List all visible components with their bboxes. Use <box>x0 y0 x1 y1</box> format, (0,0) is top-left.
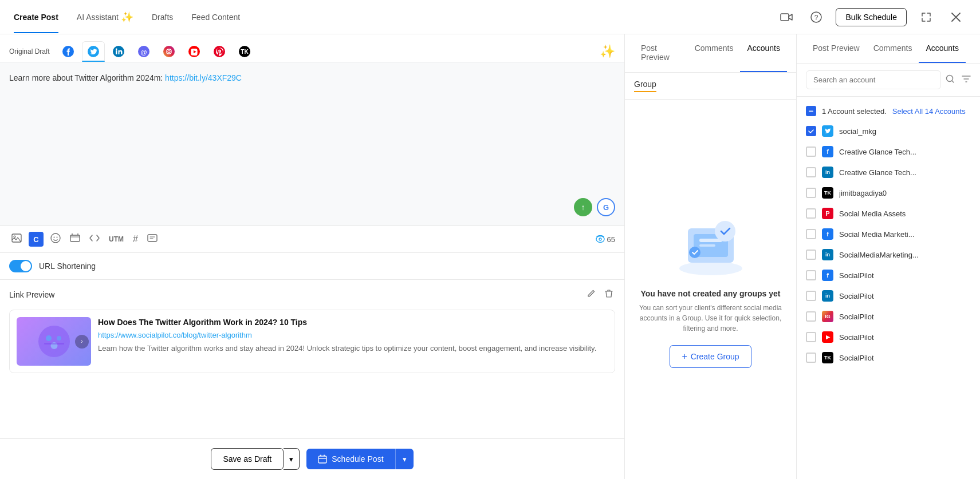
platform-tab-linkedin[interactable] <box>107 41 130 62</box>
ai-green-button[interactable]: ↑ <box>574 198 592 216</box>
select-all-checkbox[interactable] <box>806 106 816 116</box>
image-tool-btn[interactable] <box>9 231 24 247</box>
account-checkbox-jimitbagadiya0[interactable] <box>806 188 816 198</box>
tab-accounts-middle[interactable]: Accounts <box>740 34 787 72</box>
account-item-socialpilot-tk[interactable]: TK SocialPilot <box>797 347 980 368</box>
account-checkbox-creative-glance-fb[interactable] <box>806 147 816 157</box>
account-icon-socialpilot-li: in <box>822 290 833 302</box>
account-checkbox-social-media-marketi-fb[interactable] <box>806 229 816 239</box>
account-icon-social-mkg <box>822 125 833 137</box>
platform-tab-threads[interactable]: @ <box>132 41 155 62</box>
account-item-social-mkg[interactable]: social_mkg <box>797 121 980 141</box>
draft-dropdown-button[interactable]: ▾ <box>284 448 300 470</box>
media-btn[interactable] <box>68 231 82 248</box>
svg-text:@: @ <box>140 49 147 56</box>
account-name-creative-glance-fb: Creative Glance Tech... <box>839 148 971 156</box>
search-icon-btn[interactable] <box>946 74 955 85</box>
account-name-social-media-assets: Social Media Assets <box>839 209 971 218</box>
account-checkbox-socialpilot-li[interactable] <box>806 291 816 301</box>
platform-tab-pinterest[interactable] <box>208 41 231 62</box>
platform-tab-tiktok[interactable]: TK <box>233 41 256 62</box>
platform-tab-twitter[interactable] <box>82 41 105 62</box>
url-shortening-toggle[interactable] <box>9 260 32 272</box>
editor-toolbar: C UTM # 65 <box>0 225 624 252</box>
url-shortening-label: URL Shortening <box>39 262 96 271</box>
ai-floating-buttons: ↑ G <box>574 198 615 216</box>
account-checkbox-socialpilot-ig[interactable] <box>806 311 816 322</box>
edit-preview-btn[interactable] <box>584 287 598 303</box>
svg-point-37 <box>679 262 742 275</box>
account-name-social-mkg: social_mkg <box>839 127 971 136</box>
tab-drafts[interactable]: Drafts <box>152 1 173 33</box>
create-group-button[interactable]: + Create Group <box>670 345 751 368</box>
hashtag-btn[interactable]: # <box>131 232 140 247</box>
editor-link[interactable]: https://bit.ly/43XF29C <box>165 73 242 82</box>
delete-preview-btn[interactable] <box>603 287 615 303</box>
code-btn[interactable] <box>87 232 102 247</box>
tab-accounts-right[interactable]: Accounts <box>919 34 966 63</box>
middle-tabs: Post Preview Comments Accounts <box>625 34 796 73</box>
platform-tab-instagram[interactable] <box>158 41 180 62</box>
sparkle-button[interactable]: ✨ <box>600 44 615 59</box>
content-studio-btn[interactable]: C <box>29 232 44 247</box>
account-checkbox-social-media-assets[interactable] <box>806 208 816 219</box>
account-checkbox-socialpilot-yt[interactable] <box>806 332 816 342</box>
account-item-socialpilot-ig[interactable]: IG SocialPilot <box>797 306 980 327</box>
platform-tab-facebook[interactable] <box>57 41 80 62</box>
right-tabs: Post Preview Comments Accounts <box>797 34 980 64</box>
tab-comments-right[interactable]: Comments <box>867 34 919 63</box>
account-checkbox-creative-glance-li[interactable] <box>806 167 816 177</box>
account-checkbox-social-mkg[interactable] <box>806 126 816 136</box>
schedule-dropdown-button[interactable]: ▾ <box>395 449 414 469</box>
account-item-social-media-marketi-fb[interactable]: f Social Media Marketi... <box>797 224 980 244</box>
tab-feed-content[interactable]: Feed Content <box>191 1 240 33</box>
account-item-creative-glance-fb[interactable]: f Creative Glance Tech... <box>797 141 980 162</box>
close-icon-btn[interactable] <box>946 7 966 27</box>
account-name-socialpilot-yt: SocialPilot <box>839 333 971 342</box>
account-item-social-media-assets[interactable]: P Social Media Assets <box>797 203 980 224</box>
help-icon-btn[interactable]: ? <box>806 7 826 27</box>
editor-text[interactable]: Learn more about Twitter Algorithm 2024m… <box>9 72 615 175</box>
save-draft-button[interactable]: Save as Draft <box>211 448 284 470</box>
preview-btn[interactable] <box>145 232 160 247</box>
ai-g-button[interactable]: G <box>597 198 615 216</box>
svg-point-10 <box>163 46 175 57</box>
utm-btn[interactable]: UTM <box>107 233 126 246</box>
video-icon-btn[interactable] <box>776 7 797 27</box>
account-name-socialpilot-fb: SocialPilot <box>839 271 971 280</box>
account-item-socialmediamarketing-li[interactable]: in SocialMediaMarketing... <box>797 244 980 265</box>
tab-create-post[interactable]: Create Post <box>14 1 58 33</box>
expand-icon-btn[interactable] <box>916 7 936 27</box>
account-checkbox-socialpilot-tk[interactable] <box>806 353 816 363</box>
select-all-link[interactable]: Select All 14 Accounts <box>892 107 966 116</box>
filter-icon-btn[interactable] <box>962 75 971 85</box>
account-item-socialpilot-fb[interactable]: f SocialPilot <box>797 265 980 286</box>
account-item-creative-glance-li[interactable]: in Creative Glance Tech... <box>797 162 980 183</box>
svg-rect-41 <box>699 244 715 247</box>
editor-area[interactable]: Learn more about Twitter Algorithm 2024m… <box>0 62 624 225</box>
tab-ai-label: AI Assistant <box>77 13 119 22</box>
account-item-jimitbagadiya0[interactable]: TK jimitbagadiya0 <box>797 183 980 203</box>
tab-ai-assistant[interactable]: AI Assistant ✨ <box>77 0 133 35</box>
search-account-input[interactable] <box>806 70 941 89</box>
tab-post-preview[interactable]: Post Preview <box>634 34 688 72</box>
group-empty-title: You have not created any groups yet <box>640 289 780 298</box>
schedule-post-button[interactable]: Schedule Post <box>306 449 395 469</box>
account-name-socialpilot-li: SocialPilot <box>839 292 971 300</box>
account-item-socialpilot-yt[interactable]: ▶ SocialPilot <box>797 327 980 347</box>
svg-text:?: ? <box>814 13 818 21</box>
emoji-btn[interactable] <box>48 231 63 248</box>
tab-comments[interactable]: Comments <box>688 34 741 72</box>
tab-post-preview-right[interactable]: Post Preview <box>806 34 867 63</box>
preview-chevron-icon[interactable]: › <box>75 335 89 349</box>
group-tab-link[interactable]: Group <box>634 80 656 92</box>
bulk-schedule-button[interactable]: Bulk Schedule <box>836 8 907 26</box>
preview-content: How Does The Twitter Algorithm Work in 2… <box>98 317 608 354</box>
preview-card: › How Does The Twitter Algorithm Work in… <box>9 310 615 373</box>
account-checkbox-socialmediamarketing-li[interactable] <box>806 250 816 260</box>
platform-tab-youtube[interactable] <box>183 41 206 62</box>
group-illustration <box>671 211 751 280</box>
account-name-creative-glance-li: Creative Glance Tech... <box>839 168 971 177</box>
account-item-socialpilot-li[interactable]: in SocialPilot <box>797 286 980 306</box>
account-checkbox-socialpilot-fb[interactable] <box>806 270 816 280</box>
